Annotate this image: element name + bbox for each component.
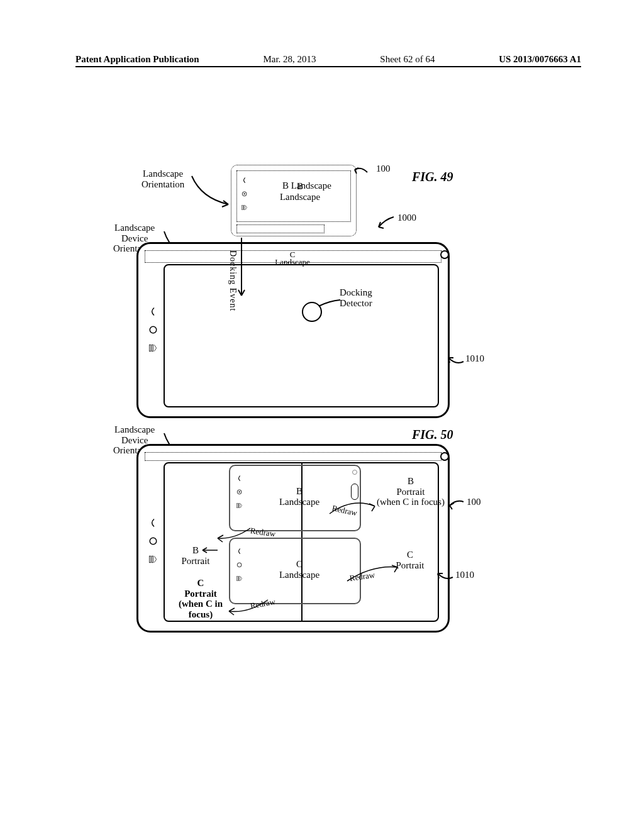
menu-icon (148, 555, 158, 564)
tablet-fig50: B Landscape C Landscape B Portrait (when… (136, 444, 450, 633)
back-icon (236, 475, 243, 482)
docking-detector-label: Docking Detector (340, 287, 372, 308)
phone-screen-c-strip (236, 224, 325, 233)
hook-100b (448, 498, 466, 512)
inner-c-landscape: C Landscape (274, 559, 325, 580)
svg-point-8 (150, 538, 157, 545)
docking-event-vert: Docking Event (228, 250, 238, 311)
header-date: Mar. 28, 2013 (263, 54, 316, 65)
inner-phone-b-cam (352, 470, 357, 475)
b-portrait-focus: B Portrait (when C in focus) (376, 476, 445, 507)
page-root: Patent Application Publication Mar. 28, … (0, 0, 644, 830)
arrow-to-b-portrait (200, 546, 219, 555)
home-icon (236, 489, 243, 495)
hook-1010-b (436, 572, 455, 588)
tablet-camera-2 (440, 452, 449, 461)
tablet-fig49: C Landscape (136, 242, 450, 418)
hook-1000 (377, 216, 396, 231)
svg-rect-16 (236, 577, 238, 581)
figure-50-label: FIG. 50 (412, 428, 453, 442)
arrow-redraw-3 (345, 563, 401, 589)
header-sheet: Sheet 62 of 64 (380, 54, 435, 65)
svg-point-12 (238, 491, 240, 492)
inner-phone-c-icons (234, 548, 245, 582)
svg-point-15 (237, 563, 242, 567)
svg-rect-14 (238, 504, 240, 508)
figure-49-label: FIG. 49 (412, 170, 453, 184)
ref-100b: 100 (467, 497, 481, 507)
menu-icon (236, 575, 243, 582)
back-icon (148, 518, 158, 528)
svg-rect-2 (242, 206, 243, 210)
hook-1010-a (447, 357, 466, 372)
b-landscape-text: B Landscape (280, 181, 320, 202)
svg-rect-5 (149, 345, 150, 351)
tablet-iconbar-2 (146, 518, 160, 564)
ref-1010-b: 1010 (455, 570, 474, 580)
inner-phone-b-icons (234, 475, 245, 509)
header-docnum: US 2013/0076663 A1 (499, 54, 581, 65)
svg-rect-6 (152, 345, 153, 351)
svg-point-1 (243, 193, 245, 194)
ref-100: 100 (376, 163, 391, 174)
hook-100 (353, 165, 372, 180)
line-docking-detector (319, 299, 344, 311)
menu-icon (241, 204, 248, 211)
home-icon (241, 191, 248, 197)
home-icon (148, 325, 158, 335)
back-icon (148, 307, 158, 316)
arrow-landscape-orient (186, 173, 236, 211)
arrow-redraw-2 (215, 524, 253, 543)
back-icon (241, 177, 248, 184)
home-icon (148, 536, 158, 546)
landscape-orientation-callout: Landscape Orientation (142, 169, 184, 189)
arrow-redraw-1 (327, 500, 377, 525)
inner-b-landscape: B Landscape (274, 486, 325, 507)
b-landscape-label-text: B Landscape (275, 181, 325, 202)
ref-1010-a: 1010 (465, 353, 484, 364)
tablet-screen-1 (164, 264, 439, 407)
header-publication: Patent Application Publication (75, 54, 199, 65)
inner-phone-b-homepill (351, 484, 358, 500)
svg-rect-10 (152, 556, 153, 563)
svg-rect-3 (243, 206, 245, 210)
menu-icon (236, 502, 243, 509)
tablet-camera-1 (440, 250, 449, 259)
menu-icon (148, 343, 158, 353)
svg-rect-9 (149, 556, 150, 563)
arrow-redraw-4 (226, 597, 270, 616)
phone-iconbar (239, 177, 250, 211)
arrow-docking-event (238, 238, 245, 301)
inner-phone-c: C Landscape (229, 538, 361, 604)
home-icon (236, 562, 243, 568)
c-portrait-focus-bold: C Portrait (when C in focus) (166, 578, 235, 619)
ref-1000: 1000 (397, 213, 416, 223)
tablet-iconbar-1 (146, 307, 160, 353)
svg-point-4 (150, 326, 157, 333)
svg-rect-17 (238, 577, 240, 581)
svg-rect-13 (236, 504, 238, 508)
tablet-strip-top2 (145, 452, 441, 461)
back-icon (236, 548, 243, 555)
page-header: Patent Application Publication Mar. 28, … (75, 54, 581, 67)
